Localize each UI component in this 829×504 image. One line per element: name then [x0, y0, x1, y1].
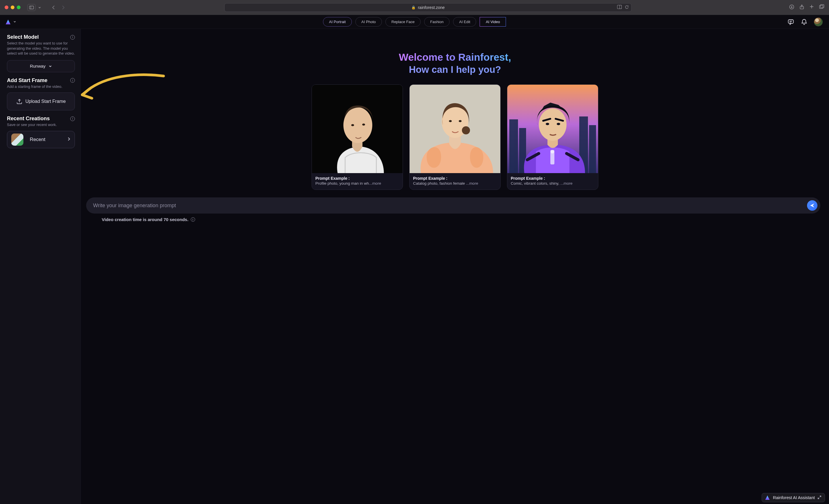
downloads-icon[interactable] [789, 4, 794, 11]
prompt-input[interactable]: Write your image generation prompt [86, 197, 820, 214]
info-icon[interactable]: i [70, 78, 75, 83]
svg-rect-0 [30, 6, 34, 9]
assistant-chip[interactable]: Rainforest AI Assistant [762, 493, 825, 502]
start-frame-title: Add Start Frame [7, 77, 47, 83]
browser-right-controls [789, 4, 824, 11]
svg-rect-26 [589, 125, 596, 173]
lock-icon: 🔒 [411, 5, 416, 9]
section-select-model: Select Model i Select the model you want… [7, 34, 75, 72]
sidebar-toggle-button[interactable] [28, 4, 36, 11]
reload-icon[interactable] [625, 5, 629, 10]
brand-caret-icon [13, 20, 16, 24]
svg-point-29 [539, 108, 567, 141]
user-avatar[interactable] [814, 17, 823, 26]
timing-note-text: Video creation time is around 70 seconds… [102, 217, 188, 222]
nav-ai-edit[interactable]: AI Edit [453, 17, 476, 27]
example-card-1-title: Prompt Example : [315, 176, 399, 181]
example-card-1-text: Profile photo, young man in wh...more [315, 181, 399, 185]
info-icon[interactable]: i [70, 116, 75, 121]
minimize-window-button[interactable] [11, 5, 14, 9]
svg-point-14 [344, 107, 372, 143]
browser-chrome: 🔒 rainforest.zone [0, 0, 829, 15]
svg-rect-10 [788, 20, 793, 24]
chat-icon[interactable] [787, 19, 794, 26]
svg-point-15 [351, 124, 354, 126]
example-thumb-2 [409, 85, 500, 173]
assistant-label: Rainforest AI Assistant [773, 495, 815, 500]
example-card-3[interactable]: Prompt Example : Comic, vibrant colors, … [507, 84, 598, 190]
nav-replace-face[interactable]: Replace Face [385, 17, 421, 27]
nav-fashion[interactable]: Fashion [424, 17, 449, 27]
nav-ai-video[interactable]: AI Video [480, 17, 506, 27]
svg-point-20 [449, 120, 452, 122]
send-button[interactable] [807, 200, 818, 211]
nav-ai-photo[interactable]: AI Photo [355, 17, 382, 27]
hero-line-1: Welcome to Rainforest, [399, 51, 511, 63]
svg-rect-7 [821, 4, 824, 7]
window-controls [5, 5, 21, 9]
address-bar-wrap: 🔒 rainforest.zone [77, 3, 779, 12]
example-thumb-3 [507, 85, 598, 173]
example-cards: Prompt Example : Profile photo, young ma… [81, 81, 829, 190]
new-tab-icon[interactable] [809, 4, 814, 11]
share-icon[interactable] [799, 4, 804, 11]
forward-button[interactable] [59, 4, 67, 11]
model-select-value: Runway [30, 64, 45, 69]
recent-thumbnail [11, 134, 24, 146]
upload-start-frame-button[interactable]: Upload Start Frame [7, 93, 75, 110]
reader-mode-icon[interactable] [617, 5, 622, 10]
example-card-2-title: Prompt Example : [413, 176, 497, 181]
tab-group-caret[interactable] [36, 4, 44, 11]
recent-label: Recent [30, 137, 45, 142]
prompt-area: Write your image generation prompt Video… [81, 197, 829, 222]
send-icon [809, 203, 815, 208]
svg-point-16 [362, 124, 365, 126]
svg-point-30 [546, 123, 549, 125]
brand-logo-icon [5, 19, 11, 25]
svg-rect-23 [509, 119, 518, 173]
section-start-frame: Add Start Frame i Add a starting frame o… [7, 77, 75, 111]
svg-point-21 [459, 120, 462, 122]
hero-line-2: How can I help you? [87, 64, 823, 75]
expand-icon [818, 496, 821, 500]
upload-start-frame-label: Upload Start Frame [26, 99, 66, 104]
app-header: AI Portrait AI Photo Replace Face Fashio… [0, 15, 829, 29]
prompt-placeholder: Write your image generation prompt [93, 203, 176, 209]
recent-creations-title: Recent Creations [7, 116, 50, 122]
recent-button[interactable]: Recent [7, 131, 75, 148]
address-bar[interactable]: 🔒 rainforest.zone [224, 3, 632, 12]
address-domain: rainforest.zone [418, 5, 445, 10]
brand[interactable] [5, 19, 16, 25]
back-button[interactable] [50, 4, 58, 11]
fullscreen-window-button[interactable] [17, 5, 21, 9]
svg-point-28 [551, 150, 554, 153]
recent-creations-desc: Save or see your recent work. [7, 122, 75, 128]
example-card-1[interactable]: Prompt Example : Profile photo, young ma… [312, 84, 403, 190]
example-thumb-1 [312, 85, 403, 173]
select-model-desc: Select the model you want to use for gen… [7, 41, 75, 56]
app-body: Select Model i Select the model you want… [0, 29, 829, 504]
model-select[interactable]: Runway [7, 60, 75, 72]
svg-point-31 [557, 123, 560, 125]
sidebar-toggle-group [28, 4, 44, 11]
tab-overview-icon[interactable] [819, 4, 824, 11]
select-model-title: Select Model [7, 34, 39, 40]
info-icon[interactable]: i [191, 217, 195, 222]
info-icon[interactable]: i [70, 35, 75, 40]
chevron-right-icon [67, 137, 71, 142]
svg-rect-3 [620, 5, 622, 9]
example-card-3-title: Prompt Example : [511, 176, 594, 181]
svg-point-19 [462, 126, 470, 134]
navigation-arrows [50, 4, 67, 11]
close-window-button[interactable] [5, 5, 8, 9]
upload-icon [16, 98, 23, 105]
main-content: Welcome to Rainforest, How can I help yo… [81, 29, 829, 504]
example-card-2-text: Catalog photo, fashion female ...more [413, 181, 497, 185]
timing-note: Video creation time is around 70 seconds… [86, 214, 820, 222]
example-card-2[interactable]: Prompt Example : Catalog photo, fashion … [409, 84, 501, 190]
svg-rect-6 [820, 5, 823, 8]
notification-bell-icon[interactable] [801, 19, 807, 26]
sidebar: Select Model i Select the model you want… [0, 29, 81, 504]
nav-ai-portrait[interactable]: AI Portrait [323, 17, 352, 27]
header-right [787, 17, 823, 26]
